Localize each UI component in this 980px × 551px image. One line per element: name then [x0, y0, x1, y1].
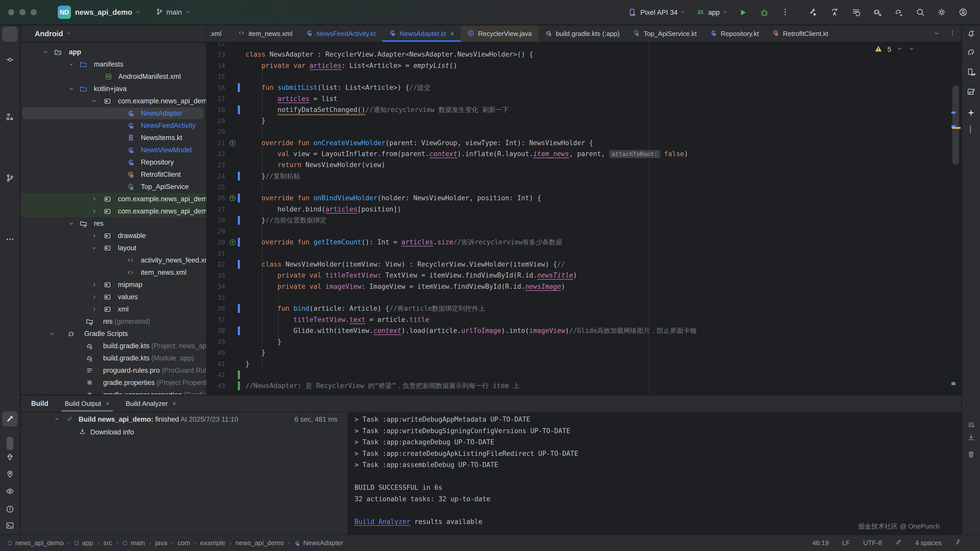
code-line-40[interactable]: 40 } — [207, 347, 961, 358]
vcs-tool-button[interactable] — [5, 173, 14, 184]
hidden-tabs-button[interactable] — [933, 30, 940, 38]
inspection-widget[interactable]: 5 — [875, 45, 915, 54]
tree-row-com.example.news_api_demo[interactable]: com.example.news_api_demo — [21, 95, 206, 107]
code-line-29[interactable]: 29 — [207, 226, 961, 237]
soft-wrap-button[interactable] — [967, 421, 975, 430]
close-icon[interactable]: × — [450, 30, 454, 38]
code-line-20[interactable]: 20 — [207, 126, 961, 137]
tree-row-RetrofitClient[interactable]: RetrofitClient — [21, 168, 206, 181]
editor-tab-.xml[interactable]: .xml — [207, 25, 231, 42]
problems-tool-button[interactable] — [6, 505, 14, 514]
breadcrumb-news_api_demo[interactable]: news_api_demo — [7, 539, 64, 547]
code-line-18[interactable]: 18 notifyDataSetChanged()//通知recyclervie… — [207, 104, 961, 115]
editor-tab-NewsAdapter.kt[interactable]: NewsAdapter.kt× — [382, 25, 461, 42]
minimize-window-icon[interactable] — [19, 9, 25, 15]
warning-mark[interactable] — [952, 127, 961, 129]
added-mark[interactable] — [951, 382, 956, 385]
caret-position[interactable]: 46:19 — [812, 539, 829, 547]
hammer-run-button[interactable] — [808, 8, 818, 17]
scroll-to-end-button[interactable] — [967, 433, 975, 443]
project-view-selector[interactable]: Android — [35, 30, 63, 38]
build-analyzer-link[interactable]: Build Analyzer — [355, 518, 410, 526]
editor-tab-Top_ApiService.kt[interactable]: Top_ApiService.kt — [626, 25, 703, 42]
chevron-up-icon[interactable] — [896, 45, 903, 54]
chevron-down-icon[interactable] — [54, 415, 60, 424]
pen-nib-icon[interactable] — [955, 539, 962, 547]
search-button[interactable] — [916, 8, 925, 17]
hammer-run-icon[interactable] — [808, 8, 818, 17]
tree-row-NewsAdapter[interactable]: NewsAdapter — [21, 107, 206, 119]
settings-icon[interactable] — [937, 8, 946, 17]
breadcrumb-example[interactable]: example — [200, 539, 225, 547]
tab-build-analyzer[interactable]: Build Analyzer× — [126, 395, 176, 412]
gradle-sync-button[interactable] — [894, 8, 904, 17]
bug-attach-button[interactable] — [873, 8, 883, 17]
structure-tool-button[interactable] — [5, 112, 14, 122]
tree-row-NewsFeedActivity[interactable]: NewsFeedActivity — [21, 119, 206, 132]
encoding[interactable]: UTF-8 — [863, 539, 882, 547]
tab-options-button[interactable] — [949, 30, 956, 38]
pen-icon[interactable] — [895, 539, 902, 547]
settings-button[interactable] — [937, 8, 947, 17]
build-console[interactable]: > Task :app:writeDebugAppMetadata UP-TO-… — [348, 413, 961, 534]
code-line-28[interactable]: 28 }//当前位置数据绑定 — [207, 215, 961, 226]
indent-setting[interactable]: 4 spaces — [915, 539, 942, 547]
quality-insights-tool-button[interactable] — [6, 453, 14, 462]
bell-icon[interactable] — [966, 29, 976, 38]
clear-console-button[interactable] — [967, 450, 975, 459]
tree-row-kotlin+java[interactable]: kotlin+java — [21, 83, 206, 95]
code-line-35[interactable]: 35 — [207, 292, 961, 303]
code-line-30[interactable]: 30 override fun getItemCount(): Int = ar… — [207, 237, 961, 248]
more-run-options[interactable] — [781, 8, 791, 17]
close-icon[interactable]: × — [106, 400, 110, 407]
tree-row-com.example.news_api_demo[interactable]: com.example.news_api_demo (test) — [21, 205, 206, 218]
tree-row-layout[interactable]: layout — [21, 242, 206, 254]
gemini-tool-button[interactable] — [966, 108, 976, 118]
window-controls[interactable] — [8, 9, 37, 15]
tree-row-build.gradle.kts[interactable]: build.gradle.kts (Module :app) — [21, 352, 206, 364]
code-line-31[interactable]: 31 — [207, 248, 961, 259]
line-ending[interactable]: LF — [842, 539, 850, 547]
build-tool-button[interactable] — [2, 411, 18, 427]
project-tool-button[interactable] — [2, 27, 18, 42]
breadcrumb-news_api_demo[interactable]: news_api_demo — [235, 539, 284, 547]
override-gutter-icon[interactable] — [229, 238, 236, 246]
breadcrumb-main[interactable]: main — [122, 539, 145, 547]
tree-row-values[interactable]: values — [21, 291, 206, 303]
code-line-33[interactable]: 33 private val titleTextView: TextView =… — [207, 270, 961, 281]
tree-row-build.gradle.kts[interactable]: build.gradle.kts (Project: news_api_demo… — [21, 340, 206, 352]
tree-row-NewsItems.kt[interactable]: NewsItems.kt — [21, 132, 206, 144]
bookmarks-tool-button[interactable] — [6, 470, 14, 479]
device-manager-tool-button[interactable] — [966, 87, 976, 97]
code-line-41[interactable]: 41} — [207, 359, 961, 369]
code-line-16[interactable]: 16 fun submitList(list: List<Article>) {… — [207, 82, 961, 93]
close-icon[interactable]: × — [172, 400, 176, 407]
terminal-tool-button[interactable] — [6, 521, 14, 531]
override-gutter-icon[interactable] — [229, 139, 236, 147]
chevron-down-icon[interactable] — [908, 45, 915, 54]
bug-attach-icon[interactable] — [873, 8, 882, 17]
breadcrumbs[interactable]: news_api_demo›app›src›main›java›com›exam… — [7, 539, 343, 547]
commit-tool-button[interactable] — [5, 55, 14, 65]
code-line-36[interactable]: 36 fun bind(article: Article) {//将articl… — [207, 303, 961, 314]
code-line-12[interactable]: 12 — [207, 43, 961, 49]
editor-tab-RetrofitClient.kt[interactable]: RetrofitClient.kt — [765, 25, 835, 42]
project-tool-window-header[interactable]: Android — [21, 25, 207, 42]
code-line-17[interactable]: 17 articles = list — [207, 94, 961, 104]
build-list-icon[interactable] — [851, 8, 861, 17]
code-line-39[interactable]: 39 } — [207, 336, 961, 347]
notifications-button[interactable] — [966, 29, 976, 39]
tree-row-res[interactable]: res — [21, 218, 206, 230]
code-line-27[interactable]: 27 holder.bind(articles[position]) — [207, 204, 961, 215]
maximize-window-icon[interactable] — [30, 9, 37, 15]
build-list-button[interactable] — [851, 8, 861, 17]
breadcrumb-src[interactable]: src — [103, 539, 112, 547]
debug-icon[interactable] — [759, 8, 769, 17]
code-line-15[interactable]: 15 — [207, 71, 961, 82]
code-line-32[interactable]: 32 class NewsViewHolder(itemView: View) … — [207, 259, 961, 270]
tree-row-AndroidManifest.xml[interactable]: AndroidManifest.xml — [21, 70, 206, 83]
debug-button[interactable] — [759, 8, 769, 17]
tab-build-output[interactable]: Build Output× — [65, 395, 110, 412]
editor-tab-build.gradle.ktsapp[interactable]: build.gradle.kts (:app) — [538, 25, 626, 42]
code-line-13[interactable]: 13class NewsAdapter : RecyclerView.Adapt… — [207, 49, 961, 60]
